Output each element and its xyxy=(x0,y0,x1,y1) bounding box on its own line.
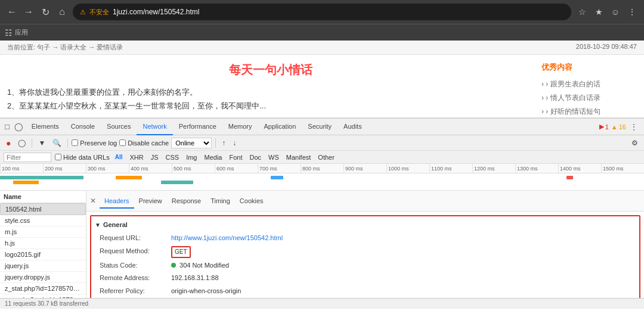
file-item-zstat[interactable]: z_stat.php?id=1278570834&... xyxy=(0,283,86,294)
devtools-status-bar: 11 requests 30.7 kB transferred xyxy=(0,298,644,309)
security-icon: ⚠ xyxy=(80,8,86,16)
account-button[interactable]: ☺ xyxy=(608,5,623,19)
url-input[interactable] xyxy=(113,8,564,16)
tick-200: 200 ms xyxy=(43,164,86,173)
forward-button[interactable]: → xyxy=(21,5,36,19)
detail-tab-cookies[interactable]: Cookies xyxy=(235,194,268,209)
timeline-area: 100 ms 200 ms 300 ms 400 ms 500 ms 600 m… xyxy=(0,164,644,191)
tab-memory[interactable]: Memory xyxy=(222,119,258,135)
request-method-label: Request Method: xyxy=(100,246,171,257)
media-filter[interactable]: Media xyxy=(202,153,224,162)
disable-cache-checkbox[interactable] xyxy=(119,139,126,146)
clear-button[interactable]: ◯ xyxy=(16,138,28,148)
devtools-tabs: □ ◯ Elements Console Sources Network Per… xyxy=(0,119,644,135)
detail-tabs: Headers Preview Response Timing Cookies xyxy=(100,193,268,209)
manifest-filter[interactable]: Manifest xyxy=(284,153,313,162)
devtools-panels: Name 150542.html style.css m.js h.js log… xyxy=(0,191,644,298)
apps-button[interactable]: ☷ 应用 xyxy=(5,28,28,38)
search-button[interactable]: 🔍 xyxy=(50,138,64,148)
js-filter[interactable]: JS xyxy=(149,153,160,162)
breadcrumb-bar: 当前位置: 句子 → 语录大全 → 爱情话录 2018-10-29 09:48:… xyxy=(0,41,644,55)
file-item-logo[interactable]: logo2015.gif xyxy=(0,249,86,260)
detail-tab-preview[interactable]: Preview xyxy=(134,194,167,209)
request-url-row: Request URL: http://www.1juzi.com/new/15… xyxy=(100,232,631,245)
img-filter[interactable]: Img xyxy=(184,153,199,162)
tab-audits[interactable]: Audits xyxy=(338,119,368,135)
file-item-h[interactable]: h.js xyxy=(0,238,86,249)
disable-cache-label[interactable]: Disable cache xyxy=(119,139,169,147)
import-button[interactable]: ↑ xyxy=(219,138,228,148)
tab-sources[interactable]: Sources xyxy=(101,119,137,135)
apps-label: 应用 xyxy=(15,28,28,37)
filter-input[interactable] xyxy=(4,153,51,162)
tab-security[interactable]: Security xyxy=(302,119,338,135)
status-dot xyxy=(171,263,176,268)
file-item-m[interactable]: m.js xyxy=(0,226,86,238)
detail-tab-response[interactable]: Response xyxy=(167,194,206,209)
tab-performance[interactable]: Performance xyxy=(173,119,222,135)
file-item-jquery[interactable]: jquery.js xyxy=(0,260,86,272)
page-sidebar: 优秀内容 › 跟男生表白的话 › 情人节表白话录 › 好听的情话短句 › 像女生… xyxy=(541,62,637,118)
doc-filter[interactable]: Doc xyxy=(247,153,263,162)
file-item-jquery-droppy[interactable]: jquery.droppy.js xyxy=(0,272,86,283)
back-button[interactable]: ← xyxy=(5,5,19,19)
hide-data-urls-checkbox[interactable] xyxy=(55,154,61,160)
detail-tab-headers[interactable]: Headers xyxy=(100,194,134,209)
hide-data-urls-label[interactable]: Hide data URLs xyxy=(55,154,110,161)
home-button[interactable]: ⌂ xyxy=(55,5,69,19)
status-code-value: 304 Not Modified xyxy=(171,260,631,271)
star-button[interactable]: ★ xyxy=(592,5,606,19)
devtools-inspect-button[interactable]: □ xyxy=(2,121,12,132)
file-item-style[interactable]: style.css xyxy=(0,215,86,226)
sidebar-item-3[interactable]: › 好听的情话短句 xyxy=(541,105,637,118)
preserve-log-label[interactable]: Preserve log xyxy=(72,139,117,147)
ws-filter[interactable]: WS xyxy=(267,153,281,162)
filter-button[interactable]: ▼ xyxy=(36,138,48,148)
tick-1500: 1500 ms xyxy=(601,164,644,173)
file-item-150542[interactable]: 150542.html xyxy=(0,203,86,215)
separator-2 xyxy=(67,138,68,148)
nav-buttons: ← → ↻ ⌂ xyxy=(5,5,69,19)
tick-800: 800 ms xyxy=(301,164,343,173)
font-filter[interactable]: Font xyxy=(227,153,244,162)
tab-console[interactable]: Console xyxy=(65,119,101,135)
throttle-select[interactable]: Online Offline Slow 3G Fast 3G xyxy=(171,138,212,148)
reload-button[interactable]: ↻ xyxy=(38,5,52,19)
tl-bar-5 xyxy=(161,181,193,184)
page-main: 每天一句小情话 1、将你放进我心里最重要的位置，用心来刻你的名字。 2、至某某某… xyxy=(7,62,534,118)
devtools-device-button[interactable]: ◯ xyxy=(12,121,26,132)
sidebar-item-1[interactable]: › 跟男生表白的话 xyxy=(541,77,637,91)
menu-button[interactable]: ⋮ xyxy=(625,5,639,19)
request-method-row: Request Method: GET xyxy=(100,245,631,259)
request-url-value: http://www.1juzi.com/new/150542.html xyxy=(171,233,631,244)
page-text-1: 1、将你放进我心里最重要的位置，用心来刻你的名字。 xyxy=(7,85,534,99)
error-count: ▶ 1 xyxy=(599,123,609,131)
general-section-header[interactable]: ▼ General xyxy=(95,219,636,231)
tab-network[interactable]: Network xyxy=(137,119,172,135)
tab-elements[interactable]: Elements xyxy=(26,119,65,135)
xhr-filter[interactable]: XHR xyxy=(128,153,145,162)
bookmark-button[interactable]: ☆ xyxy=(575,5,589,19)
general-arrow: ▼ xyxy=(95,222,101,228)
preserve-log-checkbox[interactable] xyxy=(72,139,78,146)
detail-tab-timing[interactable]: Timing xyxy=(206,194,235,209)
tl-bar-6 xyxy=(271,176,284,179)
tl-bar-2 xyxy=(13,181,39,184)
export-button[interactable]: ↓ xyxy=(230,138,239,148)
record-button[interactable]: ● xyxy=(4,137,13,149)
other-filter[interactable]: Other xyxy=(316,153,336,162)
file-list-panel: Name 150542.html style.css m.js h.js log… xyxy=(0,191,86,298)
tab-application[interactable]: Application xyxy=(258,119,302,135)
sidebar-item-2[interactable]: › 情人节表白话录 xyxy=(541,91,637,105)
tick-700: 700 ms xyxy=(258,164,301,173)
separator-1 xyxy=(32,138,32,148)
separator-3 xyxy=(215,138,216,148)
all-filter[interactable]: All xyxy=(113,153,125,161)
tl-bar-3 xyxy=(32,176,83,179)
tick-500: 500 ms xyxy=(172,164,215,173)
timeline-bars xyxy=(0,173,644,190)
css-filter[interactable]: CSS xyxy=(164,153,181,162)
devtools-more-button[interactable]: ⋮ xyxy=(626,122,642,132)
settings-button[interactable]: ⚙ xyxy=(629,138,640,148)
close-detail-button[interactable]: ✕ xyxy=(90,197,96,205)
